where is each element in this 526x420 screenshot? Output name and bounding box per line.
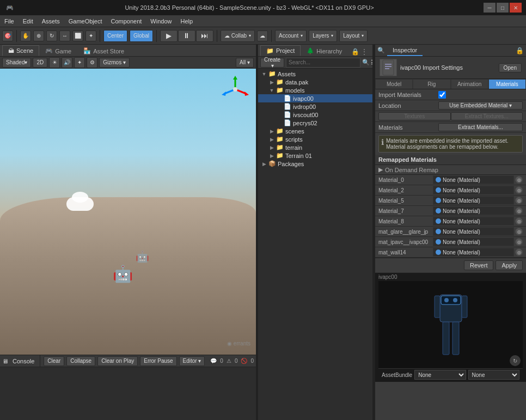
tree-item-scripts[interactable]: ▶ 📁 scripts [258, 135, 372, 143]
create-button[interactable]: Create ▾ [260, 58, 284, 68]
tab-animation[interactable]: Animation [451, 79, 488, 89]
menu-gameobject[interactable]: GameObject [64, 17, 107, 26]
tab-hierarchy[interactable]: 🌲 Hierarchy [301, 45, 348, 56]
scene-view[interactable]: 🤖 🤖 ◉ errants [0, 69, 256, 355]
toolbar-scale-tool[interactable]: ↔ [59, 31, 70, 41]
tab-scene[interactable]: 🏔 Scene [2, 45, 39, 56]
window-controls: ─ □ ✕ [484, 3, 522, 13]
tree-item-scenes[interactable]: ▶ 📁 scenes [258, 127, 372, 135]
play-button[interactable]: ▶ [160, 30, 178, 42]
tab-materials[interactable]: Materials [488, 79, 526, 89]
toolbar-rect-tool[interactable]: ⬜ [72, 31, 83, 41]
mat-select-2[interactable]: ◎ [515, 186, 523, 194]
maximize-button[interactable]: □ [497, 3, 509, 13]
material-value-0[interactable]: None (Material) [433, 175, 514, 184]
menu-edit[interactable]: Edit [19, 17, 38, 26]
tree-item-models[interactable]: ▼ 📁 models [258, 86, 372, 94]
inspector-panel: 🔍 Inspector 🔒 ivapc00 Import Settings [375, 45, 526, 420]
asset-bundle-dropdown2[interactable]: None [468, 370, 519, 380]
step-button[interactable]: ⏭ [196, 30, 213, 42]
tab-asset-store[interactable]: 🏪 Asset Store [77, 45, 130, 56]
import-materials-checkbox[interactable] [438, 91, 446, 99]
material-value-5[interactable]: None (Material) [433, 196, 514, 205]
menu-assets[interactable]: Assets [38, 17, 64, 26]
2d-button[interactable]: 2D [33, 58, 47, 68]
tree-item-pecrys02[interactable]: 📄 pecrys02 [258, 119, 372, 127]
toolbar-center-button[interactable]: Center [103, 30, 127, 42]
pause-button[interactable]: ⏸ [178, 30, 195, 42]
material-value-wall14[interactable]: None (Material) [433, 248, 514, 257]
audio-button[interactable]: 🔊 [62, 57, 72, 68]
tree-item-assets[interactable]: ▼ 📁 Assets [258, 70, 372, 78]
minimize-button[interactable]: ─ [484, 3, 496, 13]
menu-help[interactable]: Help [176, 17, 197, 26]
console-clear-btn[interactable]: Clear [44, 356, 64, 366]
toolbar-move-tool[interactable]: ⊕ [33, 31, 44, 41]
collab-button[interactable]: ☁ Collab [221, 30, 255, 42]
toolbar-unity-icon[interactable]: 🎯 [2, 31, 13, 41]
search-filter1[interactable]: 🔍 [362, 59, 370, 66]
preview-rotate-button[interactable]: ↻ [510, 355, 521, 366]
scene-extra-button[interactable]: ⚙ [87, 57, 97, 68]
material-value-glare[interactable]: None (Material) [433, 227, 514, 236]
tree-item-ivdrop00[interactable]: 📄 ivdrop00 [258, 102, 372, 111]
menu-window[interactable]: Window [146, 17, 176, 26]
toolbar-rotate-tool[interactable]: ↻ [46, 31, 57, 41]
tab-project[interactable]: 📁 Project [260, 45, 301, 56]
tab-game[interactable]: 🎮 Game [39, 45, 77, 56]
menu-file[interactable]: File [0, 17, 19, 26]
tree-item-packages[interactable]: ▶ 📦 Packages [258, 160, 372, 168]
account-button[interactable]: Account [275, 30, 307, 42]
console-errorpause-btn[interactable]: Error Pause [140, 356, 176, 366]
material-value-7[interactable]: None (Material) [433, 206, 514, 215]
import-materials-label: Import Materials [378, 92, 438, 98]
material-value-2[interactable]: None (Material) [433, 186, 514, 194]
tree-item-terrain[interactable]: ▶ 📁 terrain [258, 143, 372, 151]
console-collapse-btn[interactable]: Collapse [66, 356, 95, 366]
open-button[interactable]: Open [499, 63, 522, 72]
mat-select-5[interactable]: ◎ [515, 197, 523, 204]
revert-button[interactable]: Revert [464, 260, 493, 270]
mat-select-0[interactable]: ◎ [515, 176, 523, 184]
fx-button[interactable]: ✦ [74, 57, 85, 68]
mat-select-ipavc[interactable]: ◎ [515, 238, 523, 246]
shading-dropdown[interactable]: Shaded ▾ [2, 58, 31, 68]
menu-dots[interactable]: ⋮ [360, 47, 368, 56]
extract-materials-button[interactable]: Extract Materials... [438, 123, 523, 131]
tree-item-ivapc00[interactable]: 📄 ivapc00 [258, 94, 372, 102]
gizmos-dropdown[interactable]: Gizmos ▾ [99, 58, 130, 68]
material-value-ipavc[interactable]: None (Material) [433, 238, 514, 246]
tab-rig[interactable]: Rig [413, 79, 450, 89]
toolbar-global-button[interactable]: Global [130, 30, 153, 42]
mat-select-glare[interactable]: ◎ [515, 228, 523, 235]
menu-component[interactable]: Component [106, 17, 146, 26]
toolbar-hand-tool[interactable]: ✋ [20, 31, 31, 41]
cloud-button[interactable]: ☁ [257, 31, 268, 41]
on-demand-remap[interactable]: ▶ On Demand Remap [375, 165, 526, 175]
tree-item-datapak[interactable]: ▶ 📁 data.pak [258, 78, 372, 86]
mat-select-8[interactable]: ◎ [515, 217, 523, 225]
mat-select-7[interactable]: ◎ [515, 207, 523, 215]
layers-button[interactable]: Layers [309, 30, 337, 42]
layout-button[interactable]: Layout [339, 30, 368, 42]
project-search-input[interactable] [286, 58, 360, 68]
location-dropdown[interactable]: Use Embedded Material ▾ [438, 101, 523, 109]
lighting-button[interactable]: ☀ [49, 57, 60, 68]
tab-model[interactable]: Model [375, 79, 413, 89]
asset-bundle-dropdown1[interactable]: None [414, 370, 466, 380]
apply-button[interactable]: Apply [496, 260, 523, 270]
console-clearplay-btn[interactable]: Clear on Play [97, 356, 138, 366]
console-editor-btn[interactable]: Editor ▾ [179, 356, 205, 366]
all-dropdown[interactable]: All ▾ [236, 58, 254, 68]
tree-item-terrain01[interactable]: ▶ 📁 Terrain 01 [258, 151, 372, 160]
mat-select-wall14[interactable]: ◎ [515, 248, 523, 256]
svg-rect-11 [435, 296, 440, 318]
menubar: File Edit Assets GameObject Component Wi… [0, 15, 526, 27]
close-button[interactable]: ✕ [510, 3, 522, 13]
toolbar-transform-tool[interactable]: ✦ [85, 31, 96, 41]
tree-item-ivscout00[interactable]: 📄 ivscout00 [258, 111, 372, 119]
inspector-lock-icon[interactable]: 🔒 [516, 47, 524, 54]
material-value-8[interactable]: None (Material) [433, 217, 514, 226]
console-tab-label[interactable]: Console [10, 358, 36, 364]
tab-inspector[interactable]: Inspector [387, 45, 423, 56]
